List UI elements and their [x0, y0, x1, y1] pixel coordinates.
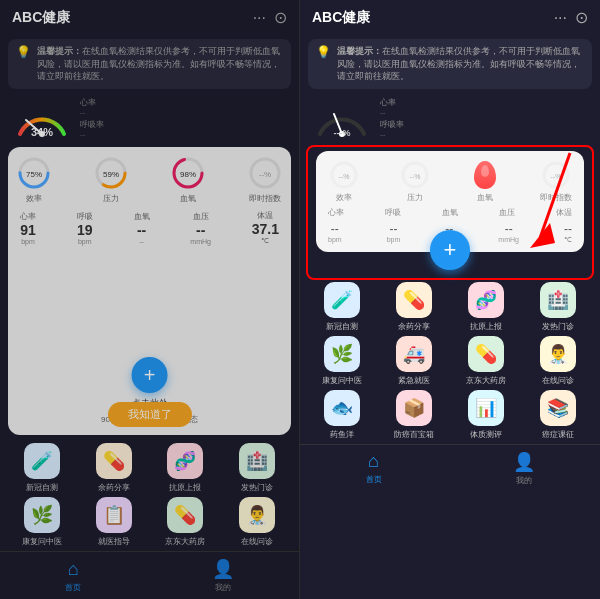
gauge-right: ---% [312, 98, 372, 138]
nav-profile-left[interactable]: 👤 我的 [212, 558, 234, 593]
nav-profile-right[interactable]: 👤 我的 [513, 451, 535, 486]
guide-icon: 📋 [96, 497, 132, 533]
blood-item: 血氧 -- -- [134, 211, 150, 245]
service-consult[interactable]: 👨‍⚕️ 在线问诊 [223, 497, 291, 547]
hr-item: 心率 91 bpm [20, 211, 36, 245]
warning-icon-left: 💡 [16, 45, 31, 83]
right-pressure-circle: --% [399, 159, 431, 191]
left-panel: ABC健康 ··· ⊙ 💡 温馨提示：在线血氧检测结果仅供参考，不可用于判断低血… [0, 0, 300, 599]
r-cancer-icon: 📦 [396, 390, 432, 426]
right-header-icons: ··· ⊙ [554, 8, 588, 27]
r-service-medicine[interactable]: 💊 余药分享 [380, 282, 448, 332]
service-antigen[interactable]: 🧬 抗原上报 [152, 443, 220, 493]
gauge-labels-left: 心率 -- 呼吸率 -- [80, 97, 104, 139]
r-service-covid[interactable]: 🧪 新冠自测 [308, 282, 376, 332]
breath-item: 呼吸 19 bpm [77, 211, 93, 245]
gauge-labels-right: 心率 -- 呼吸率 -- [380, 97, 404, 139]
consult-icon: 👨‍⚕️ [239, 497, 275, 533]
blood-oxygen-circle: 98% [170, 155, 206, 191]
service-guide[interactable]: 📋 就医指导 [80, 497, 148, 547]
red-arrow [520, 148, 580, 252]
svg-text:--%: --% [409, 173, 420, 180]
gauge-section-right: ---% 心率 -- 呼吸率 -- [300, 93, 600, 143]
finger-circle: --% [247, 155, 283, 191]
right-sleep-label: 呼吸率 -- [380, 119, 404, 139]
service-tcm[interactable]: 🌿 康复问中医 [8, 497, 76, 547]
add-button-right[interactable]: + [430, 230, 470, 270]
svg-text:--%: --% [259, 170, 271, 179]
heart-rate-label: 心率 -- [80, 97, 104, 117]
right-menu-icon[interactable]: ··· [554, 9, 567, 27]
r-consult-icon: 👨‍⚕️ [540, 336, 576, 372]
svg-text:--%: --% [339, 173, 350, 180]
left-header-icons: ··· ⊙ [253, 8, 287, 27]
scan-icon[interactable]: ⊙ [274, 8, 287, 27]
add-button-left[interactable]: + [132, 357, 168, 393]
right-breath: -- bpm [387, 222, 401, 244]
jd-icon: 💊 [167, 497, 203, 533]
r-constitution-icon: 📊 [468, 390, 504, 426]
gauge-value-left: 34% [31, 126, 53, 138]
sleep-label: 呼吸率 -- [80, 119, 104, 139]
right-scan-icon[interactable]: ⊙ [575, 8, 588, 27]
warning-text-left: 温馨提示：在线血氧检测结果仅供参考，不可用于判断低血氧风险，请以医用血氧仪检测指… [37, 45, 283, 83]
svg-text:59%: 59% [103, 170, 119, 179]
stats-top-row: 75% 效率 59% 压力 [16, 155, 283, 204]
bottom-nav-left: ⌂ 首页 👤 我的 [0, 551, 299, 599]
r-service-constitution[interactable]: 📊 体质测评 [452, 390, 520, 440]
efficiency-circle: 75% [16, 155, 52, 191]
profile-icon-left: 👤 [212, 558, 234, 580]
r-covid-icon: 🧪 [324, 282, 360, 318]
right-panel: ABC健康 ··· ⊙ 💡 温馨提示：在线血氧检测结果仅供参考，不可用于判断低血… [300, 0, 600, 599]
home-icon-left: ⌂ [68, 559, 79, 580]
service-jd[interactable]: 💊 京东大药房 [152, 497, 220, 547]
fever-icon: 🏥 [239, 443, 275, 479]
right-header: ABC健康 ··· ⊙ [300, 0, 600, 35]
r-service-consult[interactable]: 👨‍⚕️ 在线问诊 [524, 336, 592, 386]
profile-icon-right: 👤 [513, 451, 535, 473]
left-header: ABC健康 ··· ⊙ [0, 0, 299, 35]
r-medicine-icon: 💊 [396, 282, 432, 318]
gauge-value-right: ---% [334, 128, 351, 138]
stats-bottom-row: 心率 91 bpm 呼吸 19 bpm 血氧 -- -- 血压 -- mmHg … [16, 210, 283, 245]
nav-home-left[interactable]: ⌂ 首页 [65, 559, 81, 593]
gauge-section-left: 34% 心率 -- 呼吸率 -- [0, 93, 299, 143]
r-service-fever[interactable]: 🏥 发热门诊 [524, 282, 592, 332]
efficiency-stat: 75% 效率 [16, 155, 52, 204]
nav-home-right[interactable]: ⌂ 首页 [366, 451, 382, 485]
blood-oxygen-stat: 98% 血氧 [170, 155, 206, 204]
pressure-circle: 59% [93, 155, 129, 191]
warning-banner-left: 💡 温馨提示：在线血氧检测结果仅供参考，不可用于判断低血氧风险，请以医用血氧仪检… [8, 39, 291, 89]
bottom-nav-right: ⌂ 首页 👤 我的 [300, 444, 600, 492]
left-app-title: ABC健康 [12, 9, 70, 27]
right-app-title: ABC健康 [312, 9, 370, 27]
home-icon-right: ⌂ [368, 451, 379, 472]
r-jd-icon: 💊 [468, 336, 504, 372]
service-fever[interactable]: 🏥 发热门诊 [223, 443, 291, 493]
r-cancer2-icon: 📚 [540, 390, 576, 426]
service-medicine[interactable]: 💊 余药分享 [80, 443, 148, 493]
menu-icon[interactable]: ··· [253, 9, 266, 27]
right-pressure: --% 压力 [395, 159, 435, 203]
r-service-cancer[interactable]: 📦 防癌百宝箱 [380, 390, 448, 440]
service-covid[interactable]: 🧪 新冠自测 [8, 443, 76, 493]
r-service-cancer2[interactable]: 📚 癌症课征 [524, 390, 592, 440]
medicine-icon: 💊 [96, 443, 132, 479]
r-fever-icon: 🏥 [540, 282, 576, 318]
svg-line-21 [540, 153, 570, 238]
service-grid-left: 🧪 新冠自测 💊 余药分享 🧬 抗原上报 🏥 发热门诊 🌿 康复问中医 📋 就医… [0, 439, 299, 551]
know-button[interactable]: 我知道了 [108, 402, 192, 427]
antigen-icon: 🧬 [167, 443, 203, 479]
r-service-tcm[interactable]: 🌿 康复问中医 [308, 336, 376, 386]
covid-icon: 🧪 [24, 443, 60, 479]
right-blood: 血氧 [465, 159, 505, 203]
bp-item: 血压 -- mmHg [190, 211, 211, 245]
r-service-emergency[interactable]: 🚑 紧急就医 [380, 336, 448, 386]
temp-item: 体温 37.1 ℃ [252, 210, 279, 245]
r-antigen-icon: 🧬 [468, 282, 504, 318]
right-hr-label: 心率 -- [380, 97, 404, 117]
r-service-jd[interactable]: 💊 京东大药房 [452, 336, 520, 386]
r-drug-icon: 🐟 [324, 390, 360, 426]
r-service-drug[interactable]: 🐟 药鱼洋 [308, 390, 376, 440]
r-service-antigen[interactable]: 🧬 抗原上报 [452, 282, 520, 332]
